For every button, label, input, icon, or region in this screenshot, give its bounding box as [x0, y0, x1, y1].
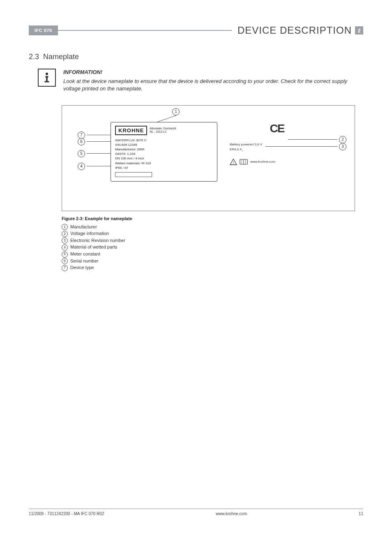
url-text: www.krohne.com — [250, 160, 275, 164]
figure-caption: Figure 2-3: Example for nameplate — [62, 216, 355, 221]
legend-item-1: 1Manufacturer — [62, 223, 355, 230]
legend-item-6: 6Serial number — [62, 258, 355, 265]
information-callout: INFORMATION! Look at the device nameplat… — [38, 69, 363, 93]
page-header: IFC 070 DEVICE DESCRIPTION 2 — [29, 25, 363, 36]
page: IFC 070 DEVICE DESCRIPTION 2 2.3 Namepla… — [0, 0, 392, 526]
footer-center: www.krohne.com — [216, 511, 247, 516]
blank-field — [115, 172, 152, 177]
callout-4: 4 — [78, 163, 111, 170]
legend-item-2: 2Voltage information — [62, 230, 355, 237]
dn-line: DN 100 mm / 4 inch — [115, 157, 213, 160]
nameplate-right: CE Battery powered 3,6 V ER4.0.4_ ! www.… — [230, 122, 324, 165]
info-heading: INFORMATION! — [63, 69, 363, 76]
nameplate-box: KROHNE Altometer, Dordrecht NL - 3313 LC… — [111, 122, 217, 182]
figure-legend: 1Manufacturer 2Voltage information 3Elec… — [62, 223, 355, 271]
ip-line: IP66 / 67 — [115, 166, 213, 170]
nameplate-header: KROHNE Altometer, Dordrecht NL - 3313 LC — [115, 126, 213, 135]
ce-mark: CE — [230, 122, 324, 135]
footer-page-number: 11 — [359, 511, 363, 516]
figure-wrapper: 1 7 6 5 4 — [62, 105, 355, 271]
wetted-line: Wetted materials: Ri 316 — [115, 161, 213, 165]
callout-circle-6: 6 — [78, 138, 85, 145]
legend-item-4: 4Material of wetted parts — [62, 244, 355, 251]
device-type-line: WATERFLUX 3070 C — [115, 138, 213, 142]
info-text: INFORMATION! Look at the device nameplat… — [63, 69, 363, 93]
callout-circle-5: 5 — [78, 150, 85, 157]
gk-line: GK070: 1.234 — [115, 152, 213, 156]
manufacturer-logo: KROHNE — [115, 126, 147, 135]
callout-circle-1: 1 — [172, 108, 180, 115]
section-number: 2.3 — [29, 53, 39, 61]
section-title-text: Nameplate — [43, 53, 79, 61]
svg-rect-2 — [46, 76, 48, 81]
svg-rect-3 — [45, 81, 49, 82]
callout-circle-2: 2 — [339, 136, 346, 143]
er-line: ER4.0.4_ — [230, 147, 324, 151]
chapter-badge: 2 — [355, 26, 363, 35]
svg-point-0 — [46, 73, 48, 75]
svg-text:!: ! — [233, 161, 234, 165]
address-line-2: NL - 3313 LC — [150, 130, 176, 134]
page-footer: 11/2009 - 7311242200 - MA IFC 070 R02 ww… — [29, 509, 363, 516]
info-body: Look at the device nameplate to ensure t… — [63, 78, 363, 92]
power-line: Battery powered 3,6 V — [230, 143, 324, 146]
header-divider — [58, 30, 232, 31]
figure-box: 1 7 6 5 4 — [62, 105, 355, 211]
page-title: DEVICE DESCRIPTION — [232, 25, 352, 36]
legend-item-5: 5Meter constant — [62, 251, 355, 258]
info-icon — [38, 69, 56, 87]
callout-1: 1 — [172, 108, 180, 115]
mfg-line: Manufactured: 2009 — [115, 147, 213, 151]
warning-manual-row: ! www.krohne.com — [230, 159, 324, 165]
product-code: IFC 070 — [29, 25, 58, 35]
legend-item-7: 7Device type — [62, 264, 355, 271]
manual-icon — [240, 159, 248, 165]
warning-icon: ! — [230, 159, 237, 165]
callout-circle-3: 3 — [339, 143, 346, 150]
footer-left: 11/2009 - 7311242200 - MA IFC 070 R02 — [29, 511, 104, 516]
serial-line: S/N A09 12345 — [115, 143, 213, 147]
section-heading: 2.3 Nameplate — [29, 53, 363, 61]
address-line-1: Altometer, Dordrecht — [150, 127, 176, 130]
callout-circle-4: 4 — [78, 163, 85, 170]
manufacturer-address: Altometer, Dordrecht NL - 3313 LC — [150, 126, 176, 135]
callout-6: 6 — [78, 138, 111, 145]
callout-5: 5 — [78, 150, 111, 157]
legend-item-3: 3Electronic Revision number — [62, 237, 355, 244]
